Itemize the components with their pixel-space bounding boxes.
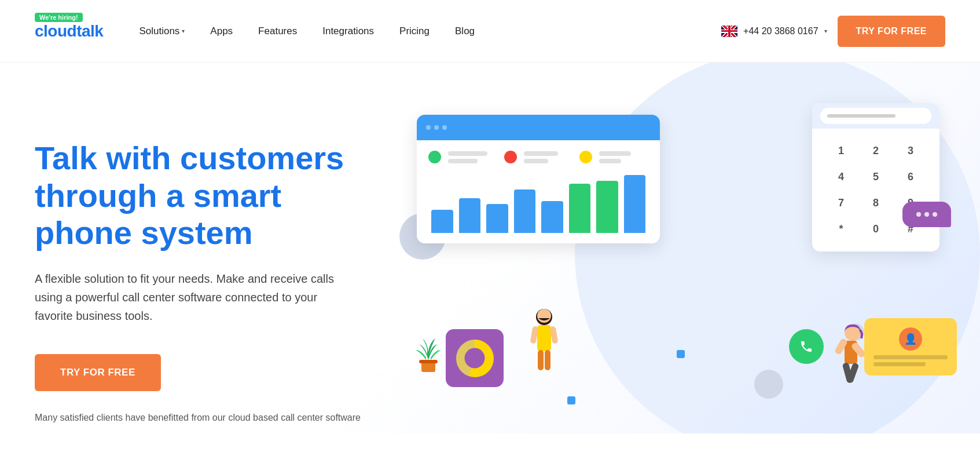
hero-section: Talk with customers through a smart phon… [0, 63, 980, 433]
row-line [448, 159, 478, 163]
key-star: * [824, 216, 858, 242]
deco-square-3 [567, 396, 575, 404]
hiring-badge: We're hiring! [35, 13, 83, 22]
contact-avatar: 👤 [899, 327, 922, 351]
card-dot-3 [442, 125, 447, 130]
keypad-card: 1 2 3 4 5 6 7 8 9 * 0 # [812, 103, 939, 251]
nav-item-solutions[interactable]: Solutions ▾ [126, 0, 197, 63]
svg-rect-7 [545, 350, 550, 370]
keypad-header [812, 103, 939, 129]
nav-item-blog[interactable]: Blog [442, 0, 487, 63]
bar-7 [596, 181, 618, 233]
navigation: We're hiring! cloudtalk Solutions ▾ Apps… [0, 0, 980, 63]
row-lines-1 [448, 151, 497, 163]
contact-card: 👤 [864, 318, 957, 375]
search-bar-visual [827, 114, 895, 118]
bar-5 [541, 201, 563, 233]
analytics-card [446, 329, 504, 387]
key-7: 7 [824, 190, 858, 216]
card-dot-1 [426, 125, 431, 130]
phone-chevron-icon: ▾ [824, 28, 827, 34]
contact-info [873, 355, 948, 366]
nav-right: +44 20 3868 0167 ▾ TRY FOR FREE [721, 16, 945, 47]
hero-description: A flexible solution to fit your needs. M… [35, 269, 336, 325]
logo-wrap: We're hiring! cloudtalk [35, 23, 103, 39]
contact-line-2 [873, 362, 926, 366]
keypad-grid: 1 2 3 4 5 6 7 8 9 * 0 # [812, 129, 939, 251]
row-line [599, 151, 631, 156]
status-list [428, 151, 648, 163]
nav-item-apps[interactable]: Apps [197, 0, 245, 63]
dashboard-card [417, 115, 660, 243]
bar-1 [431, 210, 453, 233]
list-row-1 [428, 151, 648, 163]
card-dot-2 [434, 125, 439, 130]
key-8: 8 [858, 190, 893, 216]
chevron-down-icon: ▾ [182, 28, 185, 34]
key-4: 4 [824, 164, 858, 190]
svg-rect-6 [538, 350, 544, 370]
bar-4 [514, 189, 536, 233]
hero-title: Talk with customers through a smart phon… [35, 140, 370, 251]
donut-hole [465, 348, 485, 369]
hero-left: Talk with customers through a smart phon… [35, 140, 370, 391]
chat-bubble [902, 202, 951, 227]
nav-item-pricing[interactable]: Pricing [387, 0, 442, 63]
plant-decoration [405, 318, 452, 378]
chat-dot-2 [924, 212, 929, 217]
card-body [417, 140, 660, 243]
uk-flag-icon [721, 25, 737, 37]
row-lines-3 [599, 151, 648, 163]
nav-item-integrations[interactable]: Integrations [310, 0, 387, 63]
nav-links: Solutions ▾ Apps Features Integrations P… [126, 0, 721, 63]
row-line [448, 151, 487, 156]
contact-line-1 [873, 355, 948, 359]
phone-selector[interactable]: +44 20 3868 0167 ▾ [721, 25, 827, 37]
key-1: 1 [824, 138, 858, 164]
bar-chart [428, 175, 648, 233]
deco-square-2 [677, 350, 685, 358]
key-6: 6 [893, 164, 928, 190]
donut-chart [456, 340, 494, 377]
person-1 [527, 307, 561, 378]
logo[interactable]: cloudtalk [35, 23, 103, 39]
svg-point-8 [537, 309, 551, 323]
phone-number: +44 20 3868 0167 [743, 26, 818, 37]
chat-dot-1 [916, 212, 921, 217]
status-dot-yellow [579, 151, 592, 163]
bar-3 [486, 204, 508, 233]
svg-rect-3 [537, 325, 551, 351]
bar-6 [569, 184, 591, 233]
key-3: 3 [893, 138, 928, 164]
phone-call-button[interactable] [789, 329, 824, 364]
hero-bottom-text: Many satisfied clients have benefitted f… [35, 413, 361, 423]
key-5: 5 [858, 164, 893, 190]
deco-circle-2 [754, 370, 783, 399]
bar-8 [624, 175, 646, 233]
nav-try-free-button[interactable]: TRY FOR FREE [838, 16, 945, 47]
key-0: 0 [858, 216, 893, 242]
row-line [524, 159, 548, 163]
keypad-search-bar [820, 108, 931, 124]
row-line [524, 151, 558, 156]
status-dot-red [504, 151, 517, 163]
hero-cta-button[interactable]: TRY FOR FREE [35, 354, 161, 391]
bar-2 [459, 198, 481, 233]
row-line [599, 159, 621, 163]
svg-rect-1 [419, 360, 438, 363]
key-2: 2 [858, 138, 893, 164]
row-lines-2 [524, 151, 573, 163]
nav-item-features[interactable]: Features [245, 0, 310, 63]
hero-illustration: 1 2 3 4 5 6 7 8 9 * 0 # 👤 [370, 97, 945, 433]
card-header [417, 115, 660, 140]
chat-dot-3 [933, 212, 937, 217]
status-dot-green [428, 151, 441, 163]
